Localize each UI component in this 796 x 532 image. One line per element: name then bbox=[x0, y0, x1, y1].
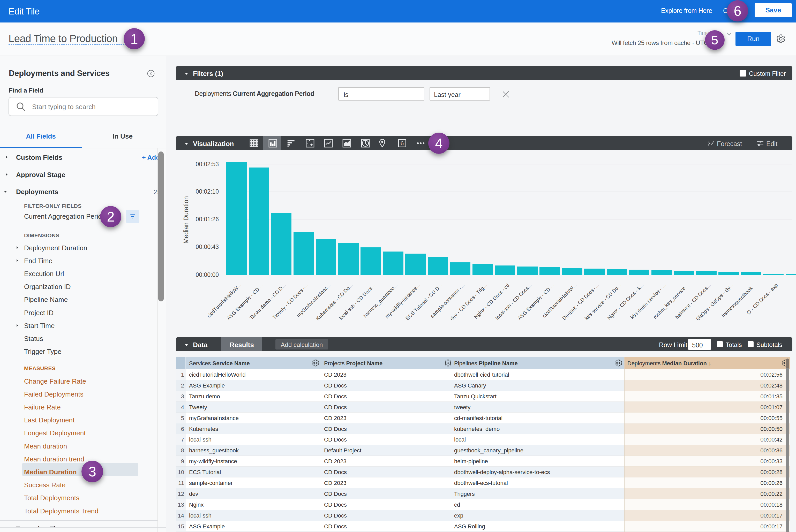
svg-text:6: 6 bbox=[401, 140, 404, 147]
